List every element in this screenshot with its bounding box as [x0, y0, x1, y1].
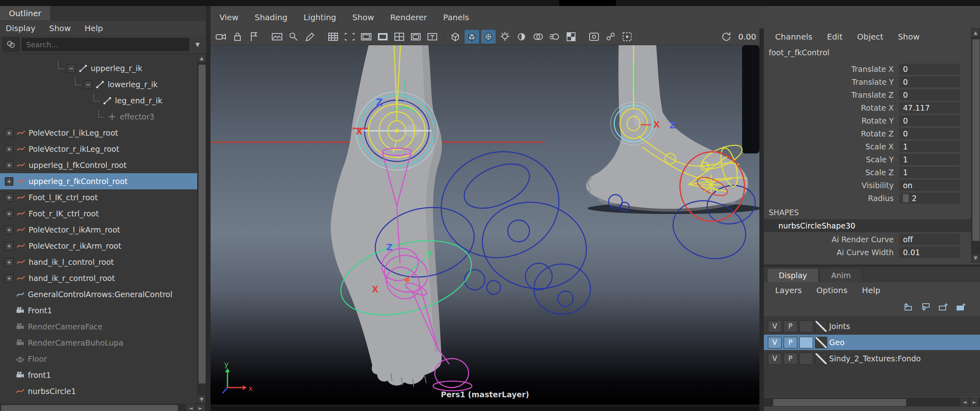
tree-row[interactable]: nurbsCircle1 [0, 383, 197, 399]
tree-row[interactable]: + PoleVector_r_ikLeg_root [0, 141, 197, 157]
search-input[interactable] [22, 38, 189, 51]
tab-anim[interactable]: Anim [819, 268, 863, 282]
layer-display-type-box[interactable] [799, 321, 813, 332]
expand-toggle[interactable]: + [5, 274, 13, 283]
panel-divider-left[interactable] [206, 6, 211, 411]
tree-row[interactable]: RenderCameraBuhoLupa [0, 335, 197, 351]
lock-camera-icon[interactable] [230, 30, 245, 44]
channel-value-field[interactable]: 1 [899, 154, 960, 165]
xray-joints-icon[interactable] [603, 30, 618, 44]
tab-display[interactable]: Display [767, 268, 819, 282]
layer-playback-toggle[interactable]: P [784, 321, 797, 332]
channel-row[interactable]: Rotate Z0 [764, 127, 971, 140]
channel-row[interactable]: Rotate Y0 [764, 114, 971, 127]
outliner-vertical-scrollbar[interactable]: ▲ ▼ [197, 54, 206, 404]
channel-row[interactable]: Ai Curve Width0.01 [764, 246, 971, 259]
object-name[interactable]: foot_r_fkControl [769, 48, 830, 57]
resolution-gate-icon[interactable] [359, 30, 373, 44]
refresh-icon[interactable] [719, 30, 734, 44]
scrollbar-thumb[interactable] [1, 405, 178, 411]
field-chart-icon[interactable] [392, 30, 407, 44]
tree-row[interactable]: front1 [0, 367, 197, 383]
scroll-left-icon[interactable]: ◄ [960, 398, 970, 407]
channel-row[interactable]: Radius2 [764, 192, 971, 205]
shaded-cube-icon[interactable] [465, 30, 479, 44]
scroll-up-icon[interactable]: ▲ [971, 28, 980, 37]
tree-row[interactable]: leg_end_r_ik [0, 92, 197, 109]
channel-value-field[interactable]: 0 [899, 90, 960, 100]
use-all-lights-icon[interactable] [498, 30, 512, 44]
channel-row[interactable]: Translate Y0 [764, 75, 971, 88]
scroll-down-icon[interactable]: ▼ [197, 395, 206, 404]
tree-row[interactable]: GeneralControlArrows:GeneralControl [0, 286, 197, 302]
scrollbar-thumb[interactable] [773, 398, 907, 407]
menu-help[interactable]: Help [85, 23, 103, 33]
layer-visibility-toggle[interactable]: V [768, 337, 782, 348]
layer-display-type-box[interactable] [799, 337, 813, 348]
tree-row[interactable]: + PoleVector_l_ikLeg_root [0, 125, 197, 141]
tree-row[interactable]: + Foot_l_IK_ctrl_root [0, 189, 197, 206]
create-empty-layer-icon[interactable] [936, 300, 950, 313]
layer-color-swatch[interactable] [815, 353, 827, 365]
expand-toggle[interactable]: + [5, 161, 13, 170]
outliner-horizontal-scrollbar[interactable]: ◄ ► [0, 404, 206, 411]
menu-show[interactable]: Show [49, 23, 71, 33]
tree-row[interactable]: − lowerleg_r_ik [0, 76, 197, 92]
menu-lighting[interactable]: Lighting [304, 13, 336, 22]
menu-view[interactable]: View [219, 13, 238, 22]
channel-row[interactable]: Scale Y1 [764, 153, 971, 166]
layer-visibility-toggle[interactable]: V [768, 321, 782, 332]
channel-value-field[interactable]: 47.117 [899, 103, 960, 113]
layer-visibility-toggle[interactable]: V [768, 353, 782, 365]
channel-row[interactable]: Ai Render Curveoff [764, 233, 971, 246]
outliner-tab[interactable]: Outliner [0, 6, 51, 21]
checker-icon[interactable] [564, 30, 578, 44]
search-dropdown-icon[interactable]: ▼ [192, 38, 204, 50]
move-layer-up-icon[interactable] [901, 300, 915, 313]
slider-chip[interactable] [903, 194, 909, 202]
menu-show[interactable]: Show [352, 13, 374, 22]
menu-layers[interactable]: Layers [775, 285, 802, 295]
channel-value-field[interactable]: 0 [899, 77, 960, 87]
expand-toggle[interactable]: + [5, 210, 13, 218]
channel-row[interactable]: Translate X0 [764, 63, 971, 75]
channel-row[interactable]: Scale Z1 [764, 166, 971, 179]
grid-icon[interactable] [326, 30, 340, 44]
channel-value-field[interactable]: 1 [899, 141, 960, 152]
layer-playback-toggle[interactable]: P [784, 337, 797, 348]
tree-row[interactable]: − upperleg_r_ik [0, 60, 197, 76]
tree-row-selected[interactable]: + upperleg_r_fkControl_root [0, 173, 197, 189]
menu-channels[interactable]: Channels [775, 32, 813, 42]
menu-show[interactable]: Show [898, 32, 920, 42]
channel-value-field[interactable]: 0 [899, 64, 960, 74]
image-plane-icon[interactable] [270, 30, 284, 44]
expand-toggle[interactable]: + [5, 145, 13, 153]
channel-row[interactable]: Scale X1 [764, 140, 971, 153]
move-layer-down-icon[interactable] [919, 300, 932, 313]
menu-renderer[interactable]: Renderer [390, 13, 427, 22]
film-gate-icon[interactable] [342, 30, 357, 44]
exposure-value[interactable]: 0.00 [738, 32, 756, 42]
menu-help[interactable]: Help [862, 285, 880, 295]
channel-value-field[interactable]: off [899, 234, 960, 245]
channel-value-field[interactable]: 1 [899, 167, 960, 178]
tree-row[interactable]: + upperleg_l_fkControl_root [0, 157, 197, 173]
bookmark-flag-icon[interactable] [247, 30, 261, 44]
safe-title-icon[interactable] [425, 30, 440, 44]
channel-box-scrollbar[interactable]: ▲ ▼ [971, 28, 980, 262]
channel-row[interactable]: Visibilityon [764, 179, 971, 192]
scrollbar-thumb[interactable] [972, 39, 980, 241]
layer-row-selected[interactable]: V P Geo [764, 335, 980, 350]
layer-color-swatch[interactable] [815, 337, 827, 348]
layer-row[interactable]: V P Sindy_2_Textures:Fondo [764, 351, 980, 366]
create-layer-from-selected-icon[interactable] [954, 300, 968, 313]
wireframe-cube-icon[interactable] [448, 30, 463, 44]
channel-value-field[interactable]: 0 [899, 128, 960, 139]
layer-editor-scrollbar[interactable]: ◄ ► [764, 398, 980, 407]
layer-row[interactable]: V P Joints [764, 319, 980, 334]
expand-toggle[interactable]: + [5, 242, 13, 250]
scroll-right-icon[interactable]: ► [970, 398, 979, 407]
tree-row[interactable]: + PoleVector_l_ikArm_root [0, 222, 197, 238]
menu-shading[interactable]: Shading [254, 13, 287, 22]
tree-row[interactable]: Front1 [0, 302, 197, 319]
